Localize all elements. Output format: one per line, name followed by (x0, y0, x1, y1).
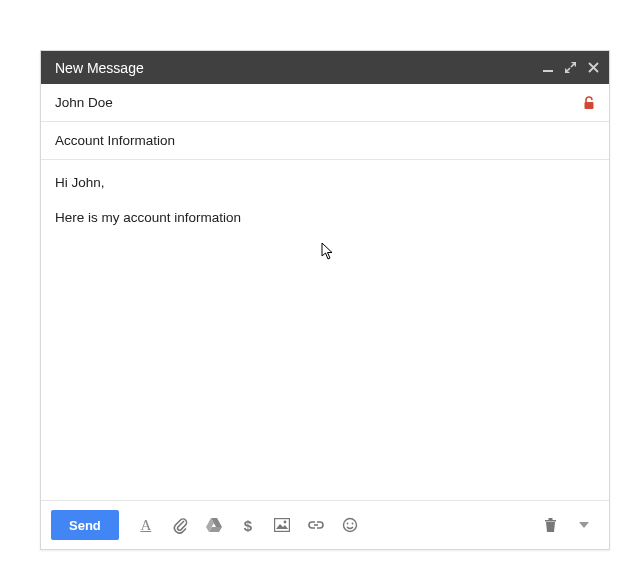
formatting-icon[interactable]: A (131, 510, 161, 540)
confidential-lock-icon[interactable] (583, 96, 595, 110)
titlebar[interactable]: New Message (41, 51, 609, 84)
insert-emoji-icon[interactable] (335, 510, 365, 540)
insert-link-icon[interactable] (301, 510, 331, 540)
svg-point-6 (351, 523, 353, 525)
close-icon[interactable] (588, 62, 599, 73)
body-line-2: Here is my account information (55, 209, 595, 228)
to-value: John Doe (55, 95, 113, 110)
svg-rect-1 (585, 102, 594, 109)
svg-rect-0 (543, 70, 553, 72)
subject-field[interactable]: Account Information (41, 122, 609, 160)
compose-toolbar: Send A $ (41, 501, 609, 549)
discard-draft-icon[interactable] (535, 510, 565, 540)
expand-icon[interactable] (565, 62, 576, 73)
insert-photo-icon[interactable] (267, 510, 297, 540)
svg-rect-2 (274, 519, 289, 532)
title-controls (543, 62, 599, 73)
to-field[interactable]: John Doe (41, 84, 609, 122)
insert-money-icon[interactable]: $ (233, 510, 263, 540)
svg-point-4 (343, 519, 356, 532)
window-title: New Message (55, 60, 144, 76)
cursor-icon (321, 242, 335, 268)
send-button[interactable]: Send (51, 510, 119, 540)
insert-drive-icon[interactable] (199, 510, 229, 540)
svg-point-3 (283, 521, 286, 524)
more-options-icon[interactable] (569, 510, 599, 540)
svg-point-5 (346, 523, 348, 525)
attach-file-icon[interactable] (165, 510, 195, 540)
message-body[interactable]: Hi John, Here is my account information (41, 160, 609, 501)
minimize-icon[interactable] (543, 63, 553, 73)
body-line-1: Hi John, (55, 174, 595, 193)
subject-value: Account Information (55, 133, 175, 148)
compose-window: New Message John Doe (40, 50, 610, 550)
